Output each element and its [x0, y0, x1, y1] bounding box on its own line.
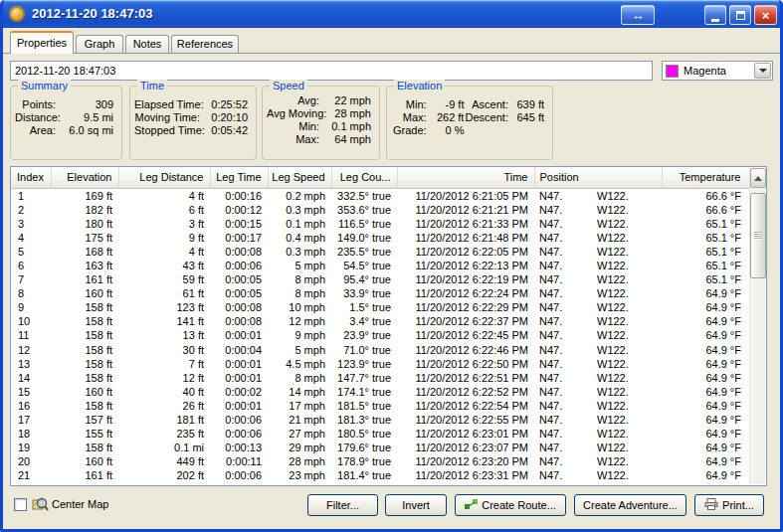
scrollbar-up-button[interactable] — [750, 168, 766, 188]
cell: 10 — [11, 314, 51, 328]
table-row[interactable]: 1169 ft4 ft0:00:160.2 mph332.5° true11/2… — [11, 188, 750, 203]
invert-button[interactable]: Invert — [385, 494, 447, 516]
color-select[interactable]: Magenta — [662, 61, 773, 81]
elevation-max-label: Max: — [391, 111, 431, 124]
cell: 158 ft — [51, 371, 118, 385]
elevation-min-label: Min: — [391, 98, 431, 111]
tab-properties[interactable]: Properties — [10, 31, 74, 54]
cell: 178.9° true — [331, 454, 397, 468]
title-bar[interactable]: 2012-11-20 18:47:03 ↔ × — [0, 0, 783, 28]
stopped-time-value: 0:05:42 — [209, 124, 248, 137]
tab-references[interactable]: References — [171, 35, 239, 53]
summary-distance-label: Distance: — [15, 111, 65, 124]
cell: 13 ft — [118, 328, 210, 342]
tab-notes[interactable]: Notes — [125, 35, 169, 53]
tab-strip-baseline — [3, 53, 780, 54]
column-header-leg-cou[interactable]: Leg Cou... — [331, 167, 397, 188]
table-row[interactable]: 10158 ft141 ft0:00:0812 mph3.4° true11/2… — [11, 314, 750, 328]
cell: 0.3 mph — [268, 245, 331, 259]
table-row[interactable]: 8160 ft61 ft0:00:058 mph33.9° true11/20/… — [11, 286, 750, 300]
cell-position: N47.W122. — [534, 328, 662, 342]
scrollbar-grip-icon — [754, 232, 762, 240]
groupbox-speed-title: Speed — [270, 80, 307, 91]
table-row[interactable]: 20160 ft449 ft0:00:1128 mph178.9° true11… — [11, 454, 750, 468]
cell: 11/20/2012 6:22:46 PM — [397, 343, 534, 357]
minimize-button[interactable] — [704, 5, 726, 25]
cell: 11/20/2012 6:22:13 PM — [397, 259, 534, 272]
close-button[interactable]: × — [754, 5, 777, 25]
table-row[interactable]: 17157 ft181 ft0:00:0621 mph181.3° true11… — [11, 413, 750, 427]
cell: 12 — [11, 343, 51, 357]
cell-position: N47.W122. — [534, 259, 662, 272]
table-header-row: IndexElevationLeg DistanceLeg TimeLeg Sp… — [11, 167, 750, 188]
table-row[interactable]: 22161 ft44 ft0:00:0619 mph182.1° true11/… — [11, 482, 750, 486]
summary-area-label: Area: — [15, 124, 60, 137]
column-header-leg-time[interactable]: Leg Time — [210, 167, 268, 188]
cell: 4.5 mph — [268, 357, 331, 371]
track-name-input[interactable] — [10, 61, 653, 81]
cell: 1.5° true — [331, 300, 397, 314]
create-adventure-button[interactable]: Create Adventure... — [574, 494, 686, 516]
column-header-leg-speed[interactable]: Leg Speed — [268, 167, 331, 188]
vertical-scrollbar[interactable] — [749, 168, 765, 484]
elevation-descent-label: Descent: — [464, 111, 512, 124]
cell: 4 ft — [118, 188, 210, 203]
cell: 174.1° true — [331, 385, 397, 399]
cell: 12 mph — [268, 314, 331, 328]
tab-graph[interactable]: Graph — [76, 35, 123, 53]
filter-button[interactable]: Filter... — [307, 494, 378, 516]
cell: 158 ft — [51, 328, 118, 342]
table-row[interactable]: 21161 ft202 ft0:00:0623 mph181.4° true11… — [11, 468, 750, 482]
cell-temperature: 66.6 °F — [662, 188, 750, 203]
cell-position: N47.W122. — [534, 427, 662, 441]
table-row[interactable]: 12158 ft30 ft0:00:045 mph71.0° true11/20… — [11, 343, 750, 357]
cell: 0:00:01 — [210, 399, 268, 413]
cell: 0.2 mph — [268, 188, 331, 203]
table-row[interactable]: 4175 ft9 ft0:00:170.4 mph149.0° true11/2… — [11, 231, 750, 245]
speed-min-label: Min: — [267, 120, 323, 133]
groupbox-elevation: Elevation Min:-9 ftAscent:639 ft Max:262… — [386, 86, 553, 160]
cell: 161 ft — [51, 482, 118, 486]
summary-points-label: Points: — [15, 98, 60, 111]
cell: 123.9° true — [331, 357, 397, 371]
table-row[interactable]: 11158 ft13 ft0:00:019 mph23.9° true11/20… — [11, 328, 750, 342]
color-select-dropdown-button[interactable] — [754, 63, 771, 79]
table-row[interactable]: 16158 ft26 ft0:00:0117 mph181.5° true11/… — [11, 399, 750, 413]
cell: 15 — [11, 385, 51, 399]
center-map-icon — [32, 496, 49, 514]
column-header-leg-distance[interactable]: Leg Distance — [118, 167, 210, 188]
column-header-time[interactable]: Time — [397, 167, 534, 188]
table-row[interactable]: 9158 ft123 ft0:00:0810 mph1.5° true11/20… — [11, 300, 750, 314]
table-row[interactable]: 18155 ft235 ft0:00:0627 mph180.5° true11… — [11, 427, 750, 441]
cell: 27 mph — [268, 427, 331, 441]
table-row[interactable]: 19158 ft0.1 mi0:00:1329 mph179.6° true11… — [11, 441, 750, 454]
table-row[interactable]: 13158 ft7 ft0:00:014.5 mph123.9° true11/… — [11, 357, 750, 371]
table-row[interactable]: 7161 ft59 ft0:00:058 mph95.4° true11/20/… — [11, 272, 750, 286]
cell: 21 — [11, 468, 51, 482]
cell: 0.3 mph — [268, 203, 331, 217]
cell: 14 — [11, 371, 51, 385]
cell-temperature: 64.9 °F — [662, 385, 750, 399]
cell: 0:00:08 — [210, 245, 268, 259]
table-row[interactable]: 15160 ft40 ft0:00:0214 mph174.1° true11/… — [11, 385, 750, 399]
cell: 54.5° true — [331, 259, 397, 272]
column-header-index[interactable]: Index — [11, 167, 51, 188]
cell: 11/20/2012 6:23:01 PM — [397, 427, 534, 441]
column-header-temperature[interactable]: Temperature — [662, 167, 750, 188]
maximize-button[interactable] — [729, 5, 751, 25]
center-map-checkbox[interactable] — [14, 498, 27, 511]
table-row[interactable]: 2182 ft6 ft0:00:120.3 mph353.6° true11/2… — [11, 203, 750, 217]
scrollbar-thumb[interactable] — [750, 193, 766, 278]
cell: 158 ft — [51, 343, 118, 357]
cell: 29 mph — [268, 441, 331, 454]
attach-window-button[interactable]: ↔ — [621, 5, 655, 25]
column-header-position[interactable]: Position — [534, 167, 662, 188]
table-row[interactable]: 5168 ft4 ft0:00:080.3 mph235.5° true11/2… — [11, 245, 750, 259]
table-row[interactable]: 14158 ft12 ft0:00:018 mph147.7° true11/2… — [11, 371, 750, 385]
table-row[interactable]: 6163 ft43 ft0:00:065 mph54.5° true11/20/… — [11, 259, 750, 272]
create-route-button[interactable]: Create Route... — [455, 494, 566, 516]
table-row[interactable]: 3180 ft3 ft0:00:150.1 mph116.5° true11/2… — [11, 217, 750, 231]
print-button[interactable]: Print... — [694, 494, 764, 516]
cell: 182 ft — [51, 203, 118, 217]
column-header-elevation[interactable]: Elevation — [51, 167, 118, 188]
